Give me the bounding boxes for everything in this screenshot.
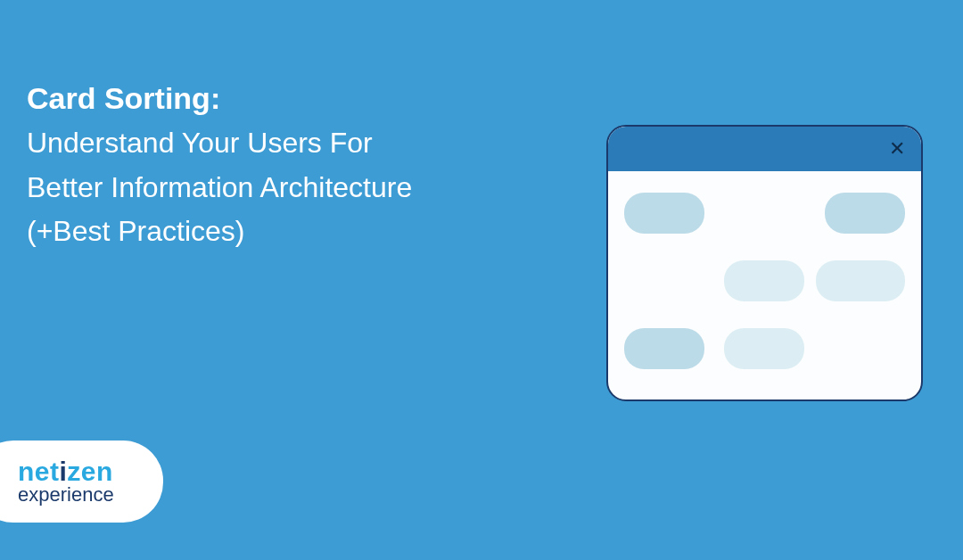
- logo-word-top: netizen: [18, 457, 113, 487]
- logo-badge: netizen experience: [0, 441, 163, 523]
- card-chip: [724, 328, 804, 369]
- subtitle-line-1: Understand Your Users For: [27, 121, 412, 166]
- window-titlebar: ✕: [608, 127, 921, 171]
- close-icon: ✕: [889, 139, 905, 159]
- card-chip: [816, 260, 905, 301]
- card-chip: [624, 328, 704, 369]
- illustration-window: ✕: [606, 125, 923, 401]
- card-chip: [724, 260, 804, 301]
- window-body: [608, 171, 921, 399]
- card-chip: [624, 193, 704, 234]
- subtitle-line-2: Better Information Architecture: [27, 166, 412, 210]
- card-chip: [825, 193, 905, 234]
- subtitle-line-3: (+Best Practices): [27, 210, 412, 254]
- page-title: Card Sorting:: [27, 78, 412, 118]
- title-block: Card Sorting: Understand Your Users For …: [27, 78, 412, 254]
